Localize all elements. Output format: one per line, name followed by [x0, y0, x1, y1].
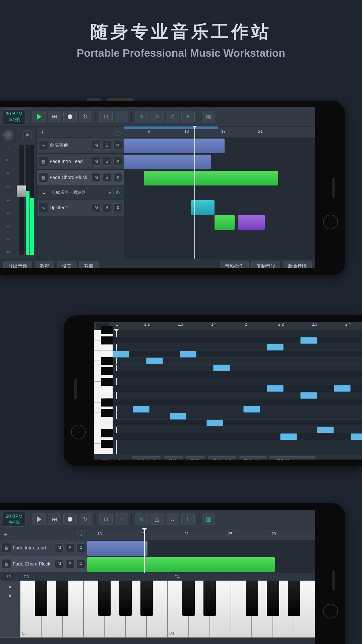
- tempo-button[interactable]: 90 BPM4/4拍: [3, 109, 25, 124]
- octave-number: 12: [3, 574, 13, 580]
- play-button[interactable]: [33, 111, 46, 122]
- waveform-icon: ∿: [39, 203, 48, 212]
- folder-button[interactable]: □: [99, 111, 113, 122]
- frame-select[interactable]: 框选: [97, 457, 112, 460]
- settings-icon[interactable]: ⚙: [113, 203, 122, 212]
- fx-power-button[interactable]: ⏻: [113, 188, 122, 197]
- mute-button[interactable]: M: [92, 141, 101, 150]
- metronome-button[interactable]: △: [150, 514, 164, 525]
- transport-toolbar: 90 BPM4/4拍 ⏮ ↻ □ ▫ ⎋ △ ♫ ⊦ ▥: [0, 107, 315, 126]
- folder-button[interactable]: □: [99, 514, 113, 525]
- settings-icon[interactable]: ⚙: [113, 141, 122, 150]
- settings-button[interactable]: 设定: [164, 456, 183, 460]
- home-button[interactable]: [71, 425, 86, 439]
- octave-up[interactable]: ▲: [7, 584, 13, 590]
- record-button[interactable]: [63, 514, 77, 525]
- loop-button[interactable]: ↻: [79, 514, 92, 525]
- rewind-button[interactable]: ⏮: [48, 514, 61, 525]
- snap-button[interactable]: ⊦: [181, 111, 195, 122]
- timeline[interactable]: 9 13 17 21: [124, 126, 315, 259]
- save-button[interactable]: ▫: [115, 514, 128, 525]
- snap-button[interactable]: ⊦: [181, 514, 195, 525]
- tempo-button[interactable]: 90 BPM4/4拍: [3, 512, 25, 527]
- add-track-icon[interactable]: ⊕: [23, 130, 32, 139]
- delete-button[interactable]: 删除: [186, 456, 205, 460]
- home-button[interactable]: [323, 215, 338, 229]
- master-fader[interactable]: [17, 185, 27, 197]
- tutorial-button[interactable]: 教程: [35, 261, 54, 268]
- add-track-button[interactable]: ＋: [39, 128, 46, 136]
- notes-button[interactable]: ♫: [166, 514, 179, 525]
- solo-button[interactable]: S: [103, 141, 111, 150]
- note-grid[interactable]: [113, 330, 362, 454]
- copy-clip-button[interactable]: 复制音段: [251, 261, 280, 268]
- copy-mode-button[interactable]: 复制模式: [132, 456, 161, 460]
- delete-clip-button[interactable]: 删除音段: [283, 261, 312, 268]
- midi-icon: ▦: [39, 157, 48, 166]
- waveform-icon: ∿: [39, 141, 48, 150]
- record-button[interactable]: [63, 111, 77, 122]
- settings-icon[interactable]: ⚙: [113, 157, 122, 166]
- solo-button[interactable]: S: [103, 157, 111, 166]
- mute-button[interactable]: M: [92, 203, 101, 212]
- mute-button[interactable]: M: [92, 157, 101, 166]
- solo-button[interactable]: S: [103, 173, 111, 182]
- add-track-button[interactable]: ＋: [2, 531, 9, 538]
- phone-keyboard-view: 90 BPM4/4拍 ⏮ ↻ □ ▫ ⎋ △ ♫ ⊦ ▥ ＋‹ ▦Fade In…: [0, 503, 345, 644]
- octave-down[interactable]: ▼: [7, 593, 13, 599]
- keyboard-toggle[interactable]: ▥: [202, 111, 215, 122]
- mixer-icon[interactable]: ⎋: [135, 514, 148, 525]
- export-midi-button[interactable]: 导出midi: [239, 456, 267, 460]
- export-audio-button[interactable]: 导出音频: [3, 261, 32, 268]
- midi-icon: ▦: [39, 173, 48, 182]
- notes-button[interactable]: ♫: [166, 111, 179, 122]
- piano-keyboard[interactable]: C3C4: [20, 581, 315, 638]
- metronome-button[interactable]: △: [150, 111, 164, 122]
- import-midi-button[interactable]: 导入midi: [208, 456, 236, 460]
- save-button[interactable]: ▫: [115, 111, 128, 122]
- hero-title-en: Portable Professional Music Workstation: [0, 47, 362, 59]
- master-mixer: ⊕ +60-6-12-20-30-40-50-60: [0, 126, 37, 259]
- phone-daw-tracks: 90 BPM4/4拍 ⏮ ↻ □ ▫ ⎋ △ ♫ ⊦ ▥ ⊕ +60-6-12-…: [0, 101, 345, 275]
- pan-knob[interactable]: [3, 130, 13, 140]
- chord-select[interactable]: 无和弦▼: [269, 456, 315, 460]
- collapse-button[interactable]: ‹: [77, 530, 85, 538]
- mixer-icon[interactable]: ⎋: [135, 111, 148, 122]
- audio-ops-button[interactable]: 音频操作: [220, 261, 249, 268]
- multi-select[interactable]: 多选: [115, 457, 129, 460]
- rewind-button[interactable]: ⏮: [48, 111, 61, 122]
- settings-icon[interactable]: ⚙: [113, 173, 122, 182]
- collapse-button[interactable]: ‹: [114, 128, 122, 136]
- master-fader-track: [19, 145, 24, 255]
- keyboard-toggle[interactable]: ▥: [202, 514, 215, 525]
- settings-button[interactable]: 设置: [57, 261, 76, 268]
- loop-button[interactable]: ↻: [79, 111, 92, 122]
- phone-piano-roll: ← 1 1.2 1.3 1.4 2 2.2 2.3 2.4 C4: [64, 315, 362, 466]
- piano-keys[interactable]: C4: [94, 330, 113, 454]
- hero-title-cn: 随身专业音乐工作站: [0, 20, 362, 44]
- mute-button[interactable]: M: [92, 173, 101, 182]
- support-button[interactable]: 客服: [79, 261, 99, 268]
- play-button[interactable]: [33, 514, 46, 525]
- solo-button[interactable]: S: [103, 203, 111, 212]
- home-button[interactable]: [323, 604, 338, 619]
